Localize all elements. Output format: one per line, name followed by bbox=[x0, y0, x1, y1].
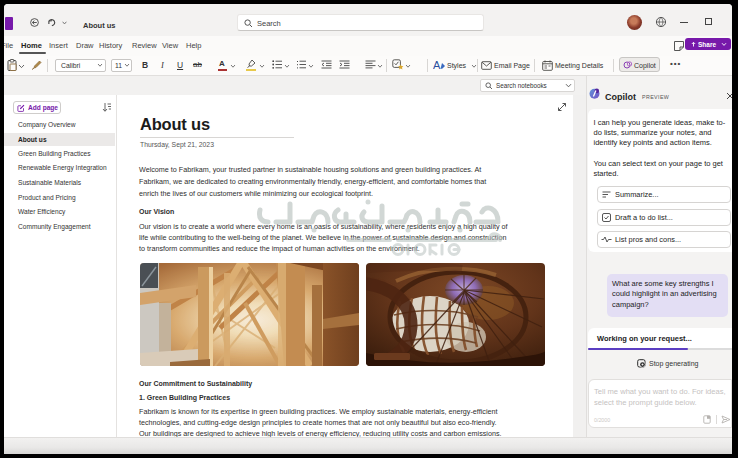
svg-text:A: A bbox=[433, 59, 441, 71]
